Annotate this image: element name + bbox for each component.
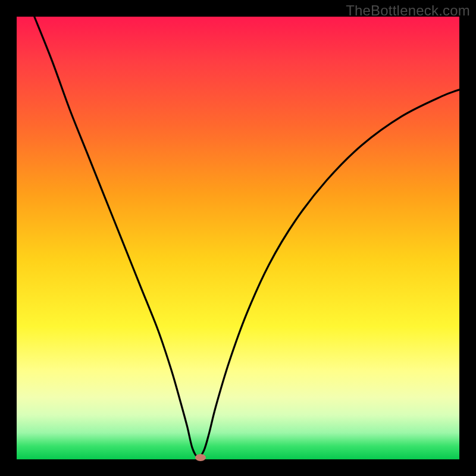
- curve-svg: [17, 17, 459, 459]
- bottleneck-curve: [35, 17, 459, 457]
- minimum-marker: [195, 454, 206, 461]
- chart-frame: TheBottleneck.com: [0, 0, 476, 476]
- plot-area: [17, 17, 459, 459]
- watermark-text: TheBottleneck.com: [346, 2, 470, 19]
